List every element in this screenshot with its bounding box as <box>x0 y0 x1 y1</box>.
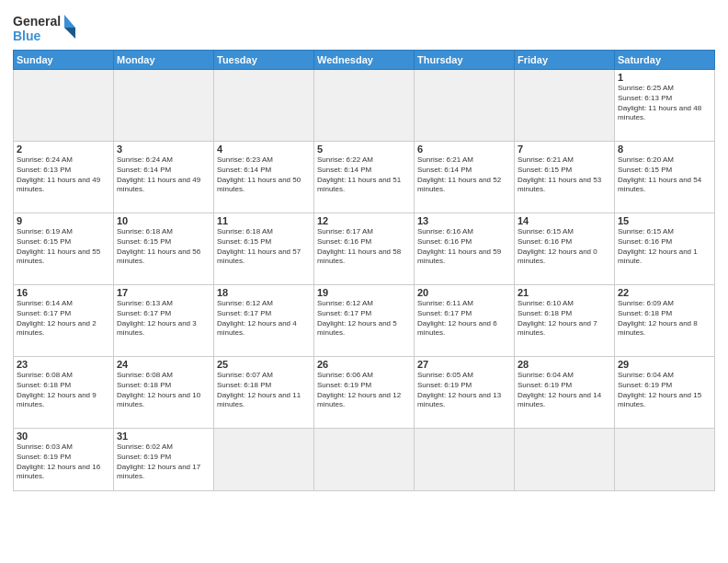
day-info: Sunrise: 6:15 AMSunset: 6:16 PMDaylight:… <box>618 227 711 267</box>
logo-icon: GeneralBlue <box>13 11 77 44</box>
day-number: 27 <box>417 359 511 370</box>
day-number: 28 <box>518 359 611 370</box>
calendar-cell: 6Sunrise: 6:21 AMSunset: 6:14 PMDaylight… <box>415 142 515 213</box>
weekday-header-tuesday: Tuesday <box>214 51 314 70</box>
day-info: Sunrise: 6:09 AMSunset: 6:18 PMDaylight:… <box>618 299 711 339</box>
calendar-cell: 8Sunrise: 6:20 AMSunset: 6:15 PMDaylight… <box>615 142 715 213</box>
day-number: 23 <box>17 359 110 370</box>
calendar-cell: 9Sunrise: 6:19 AMSunset: 6:15 PMDaylight… <box>14 213 114 285</box>
day-number: 8 <box>618 144 711 155</box>
day-number: 1 <box>618 72 711 83</box>
day-number: 19 <box>317 287 411 298</box>
day-number: 3 <box>117 144 210 155</box>
calendar-cell <box>114 70 214 142</box>
day-info: Sunrise: 6:08 AMSunset: 6:18 PMDaylight:… <box>17 371 110 410</box>
day-info: Sunrise: 6:18 AMSunset: 6:15 PMDaylight:… <box>217 227 311 267</box>
day-info: Sunrise: 6:19 AMSunset: 6:15 PMDaylight:… <box>17 227 110 267</box>
day-info: Sunrise: 6:22 AMSunset: 6:14 PMDaylight:… <box>317 155 411 195</box>
day-number: 10 <box>117 215 210 226</box>
calendar-cell <box>515 429 615 491</box>
day-info: Sunrise: 6:20 AMSunset: 6:15 PMDaylight:… <box>618 155 711 195</box>
day-number: 20 <box>417 287 511 298</box>
day-number: 31 <box>117 431 210 442</box>
day-info: Sunrise: 6:16 AMSunset: 6:16 PMDaylight:… <box>417 227 511 267</box>
day-number: 7 <box>518 144 611 155</box>
calendar-cell: 14Sunrise: 6:15 AMSunset: 6:16 PMDayligh… <box>515 213 615 285</box>
calendar-cell <box>415 70 515 142</box>
weekday-header-row: SundayMondayTuesdayWednesdayThursdayFrid… <box>14 51 715 70</box>
weekday-header-saturday: Saturday <box>615 51 715 70</box>
day-info: Sunrise: 6:12 AMSunset: 6:17 PMDaylight:… <box>217 299 311 339</box>
calendar-cell: 12Sunrise: 6:17 AMSunset: 6:16 PMDayligh… <box>314 213 415 285</box>
weekday-header-sunday: Sunday <box>14 51 114 70</box>
day-number: 24 <box>117 359 210 370</box>
day-number: 2 <box>17 144 110 155</box>
day-number: 14 <box>518 215 611 226</box>
calendar-cell <box>615 429 715 491</box>
calendar-cell: 23Sunrise: 6:08 AMSunset: 6:18 PMDayligh… <box>14 357 114 429</box>
weekday-header-thursday: Thursday <box>415 51 515 70</box>
day-info: Sunrise: 6:06 AMSunset: 6:19 PMDaylight:… <box>317 371 411 410</box>
day-number: 12 <box>317 215 411 226</box>
day-number: 11 <box>217 215 311 226</box>
calendar-row-3: 16Sunrise: 6:14 AMSunset: 6:17 PMDayligh… <box>14 285 715 357</box>
calendar-cell: 18Sunrise: 6:12 AMSunset: 6:17 PMDayligh… <box>214 285 314 357</box>
day-number: 22 <box>618 287 711 298</box>
day-number: 4 <box>217 144 311 155</box>
svg-marker-3 <box>64 28 75 39</box>
day-info: Sunrise: 6:18 AMSunset: 6:15 PMDaylight:… <box>117 227 210 267</box>
day-number: 25 <box>217 359 311 370</box>
day-number: 9 <box>17 215 110 226</box>
day-info: Sunrise: 6:11 AMSunset: 6:17 PMDaylight:… <box>417 299 511 339</box>
day-info: Sunrise: 6:25 AMSunset: 6:13 PMDaylight:… <box>618 84 711 123</box>
calendar-cell: 27Sunrise: 6:05 AMSunset: 6:19 PMDayligh… <box>415 357 515 429</box>
day-info: Sunrise: 6:21 AMSunset: 6:15 PMDaylight:… <box>518 155 611 195</box>
calendar-cell: 24Sunrise: 6:08 AMSunset: 6:18 PMDayligh… <box>114 357 214 429</box>
day-number: 6 <box>417 144 511 155</box>
calendar-cell: 5Sunrise: 6:22 AMSunset: 6:14 PMDaylight… <box>314 142 415 213</box>
calendar-cell: 20Sunrise: 6:11 AMSunset: 6:17 PMDayligh… <box>415 285 515 357</box>
calendar-cell <box>314 70 415 142</box>
day-info: Sunrise: 6:23 AMSunset: 6:14 PMDaylight:… <box>217 155 311 195</box>
calendar-cell: 21Sunrise: 6:10 AMSunset: 6:18 PMDayligh… <box>515 285 615 357</box>
day-number: 5 <box>317 144 411 155</box>
day-number: 18 <box>217 287 311 298</box>
day-info: Sunrise: 6:14 AMSunset: 6:17 PMDaylight:… <box>17 299 110 339</box>
day-number: 15 <box>618 215 711 226</box>
day-info: Sunrise: 6:05 AMSunset: 6:19 PMDaylight:… <box>417 371 511 410</box>
calendar-cell: 7Sunrise: 6:21 AMSunset: 6:15 PMDaylight… <box>515 142 615 213</box>
day-info: Sunrise: 6:08 AMSunset: 6:18 PMDaylight:… <box>117 371 210 410</box>
calendar-cell: 1Sunrise: 6:25 AMSunset: 6:13 PMDaylight… <box>615 70 715 142</box>
calendar-cell: 29Sunrise: 6:04 AMSunset: 6:19 PMDayligh… <box>615 357 715 429</box>
day-info: Sunrise: 6:21 AMSunset: 6:14 PMDaylight:… <box>417 155 511 195</box>
weekday-header-monday: Monday <box>114 51 214 70</box>
logo: GeneralBlue <box>13 11 77 44</box>
calendar: SundayMondayTuesdayWednesdayThursdayFrid… <box>13 50 715 491</box>
day-number: 30 <box>17 431 110 442</box>
day-number: 16 <box>17 287 110 298</box>
calendar-cell: 31Sunrise: 6:02 AMSunset: 6:19 PMDayligh… <box>114 429 214 491</box>
calendar-cell: 13Sunrise: 6:16 AMSunset: 6:16 PMDayligh… <box>415 213 515 285</box>
calendar-cell: 17Sunrise: 6:13 AMSunset: 6:17 PMDayligh… <box>114 285 214 357</box>
calendar-cell: 10Sunrise: 6:18 AMSunset: 6:15 PMDayligh… <box>114 213 214 285</box>
svg-marker-2 <box>64 15 75 28</box>
day-info: Sunrise: 6:02 AMSunset: 6:19 PMDaylight:… <box>117 442 210 482</box>
calendar-cell: 25Sunrise: 6:07 AMSunset: 6:18 PMDayligh… <box>214 357 314 429</box>
header: GeneralBlue <box>13 11 715 44</box>
day-number: 17 <box>117 287 210 298</box>
day-info: Sunrise: 6:13 AMSunset: 6:17 PMDaylight:… <box>117 299 210 339</box>
svg-text:General: General <box>13 14 61 29</box>
calendar-cell <box>415 429 515 491</box>
calendar-cell: 15Sunrise: 6:15 AMSunset: 6:16 PMDayligh… <box>615 213 715 285</box>
calendar-row-1: 2Sunrise: 6:24 AMSunset: 6:13 PMDaylight… <box>14 142 715 213</box>
calendar-row-4: 23Sunrise: 6:08 AMSunset: 6:18 PMDayligh… <box>14 357 715 429</box>
calendar-cell <box>14 70 114 142</box>
day-info: Sunrise: 6:24 AMSunset: 6:13 PMDaylight:… <box>17 155 110 195</box>
calendar-row-5: 30Sunrise: 6:03 AMSunset: 6:19 PMDayligh… <box>14 429 715 491</box>
weekday-header-friday: Friday <box>515 51 615 70</box>
calendar-cell <box>214 429 314 491</box>
calendar-cell: 4Sunrise: 6:23 AMSunset: 6:14 PMDaylight… <box>214 142 314 213</box>
calendar-cell: 26Sunrise: 6:06 AMSunset: 6:19 PMDayligh… <box>314 357 415 429</box>
svg-text:Blue: Blue <box>13 29 41 43</box>
calendar-cell <box>515 70 615 142</box>
